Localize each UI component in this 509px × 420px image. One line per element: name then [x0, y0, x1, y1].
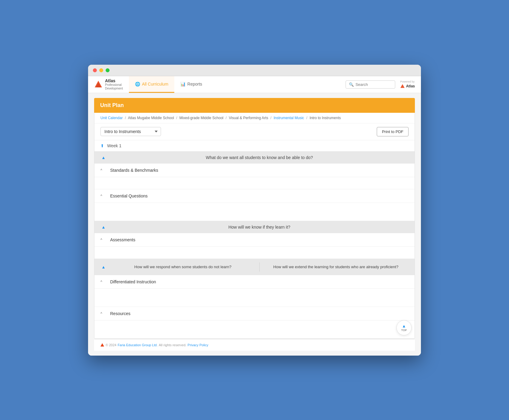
- search-input[interactable]: [356, 82, 392, 87]
- footer-privacy-link[interactable]: Privacy Policy: [188, 343, 208, 347]
- nav-tabs: 🌐 All Curriculum 📊 Reports: [129, 76, 346, 93]
- logo-text-area: Atlas Professional Development: [105, 78, 123, 90]
- section-header-2[interactable]: ▲ How will we know if they learn it?: [94, 221, 415, 233]
- svg-marker-3: [100, 343, 104, 347]
- navbar: Atlas Professional Development 🌐 All Cur…: [88, 76, 421, 93]
- content-wrapper: Unit Plan Unit Calendar / Atlas Mugabe M…: [94, 98, 415, 351]
- essential-questions-label: Essential Questions: [110, 194, 148, 198]
- close-button[interactable]: [93, 68, 97, 72]
- tab-reports[interactable]: 📊 Reports: [174, 76, 208, 93]
- section-3-toggle-icon[interactable]: ▲: [100, 265, 107, 269]
- breadcrumb-school: Atlas Mugabe Middle School: [128, 116, 174, 120]
- globe-icon: 🌐: [135, 82, 140, 86]
- section-3-title-right: How will we extend the learning for stud…: [263, 265, 409, 269]
- footer-atlas-icon: [100, 343, 104, 347]
- minimize-button[interactable]: [99, 68, 103, 72]
- essential-questions-content: [94, 203, 415, 221]
- breadcrumb-grade: Mixed-grade Middle School: [179, 116, 223, 120]
- differentiated-toggle[interactable]: ^: [100, 280, 107, 284]
- standards-label: Standards & Benchmarks: [110, 168, 158, 173]
- svg-marker-2: [400, 84, 405, 88]
- unit-selector[interactable]: Intro to Instruments: [100, 127, 161, 136]
- section-header-1[interactable]: ▲ What do we want all students to know a…: [94, 151, 415, 164]
- essential-questions-toggle[interactable]: ^: [100, 194, 107, 198]
- split-divider: [259, 262, 260, 272]
- differentiated-label: Differentiated Instruction: [110, 279, 156, 284]
- assessments-toggle[interactable]: ^: [100, 238, 107, 242]
- section-2-title: How will we know if they learn it?: [110, 225, 409, 230]
- breadcrumb: Unit Calendar / Atlas Mugabe Middle Scho…: [94, 113, 415, 123]
- print-pdf-button[interactable]: Print to PDF: [377, 127, 409, 136]
- unit-plan-header: Unit Plan: [94, 98, 415, 113]
- resources-row: ^ Resources: [94, 307, 415, 321]
- search-icon: 🔍: [349, 82, 354, 87]
- search-area: 🔍 Powered by Atlas: [346, 80, 415, 89]
- section-3-title-left: How will we respond when some students d…: [110, 265, 256, 269]
- powered-by: Powered by Atlas: [400, 80, 415, 89]
- footer-company-link[interactable]: Faria Education Group Ltd.: [118, 343, 158, 347]
- logo-area: Atlas Professional Development: [94, 78, 123, 90]
- browser-content: Atlas Professional Development 🌐 All Cur…: [88, 76, 421, 356]
- resources-toggle[interactable]: ^: [100, 311, 107, 316]
- assessments-content: [94, 247, 415, 259]
- maximize-button[interactable]: [106, 68, 110, 72]
- section-1-toggle-icon[interactable]: ▲: [100, 155, 107, 160]
- standards-benchmarks-row: ^ Standards & Benchmarks: [94, 164, 415, 177]
- resources-label: Resources: [110, 311, 130, 316]
- footer-rights: All rights reserved.: [159, 343, 186, 347]
- assessments-row: ^ Assessments: [94, 233, 415, 247]
- standards-toggle[interactable]: ^: [100, 168, 107, 172]
- differentiated-instruction-row: ^ Differentiated Instruction: [94, 275, 415, 289]
- tab-all-curriculum[interactable]: 🌐 All Curriculum: [129, 76, 174, 93]
- toolbar-row: Intro to Instruments Print to PDF: [94, 123, 415, 140]
- top-label: TOP: [401, 329, 407, 332]
- logo-subtitle: Professional Development: [105, 83, 123, 90]
- week-header: ⬆ Week 1: [94, 140, 415, 151]
- breadcrumb-instrumental[interactable]: Instrumental Music: [274, 116, 304, 120]
- footer-copyright: © 2024: [106, 343, 117, 347]
- week-collapse-icon[interactable]: ⬆: [100, 143, 104, 148]
- section-1-title: What do we want all students to know and…: [110, 155, 409, 160]
- chart-icon: 📊: [180, 82, 186, 86]
- main-content: Unit Plan Unit Calendar / Atlas Mugabe M…: [88, 93, 421, 356]
- breadcrumb-intro: Intro to Instruments: [310, 116, 341, 120]
- logo-atlas-label: Atlas: [105, 78, 123, 83]
- powered-by-atlas-icon: [400, 84, 405, 89]
- search-box: 🔍: [346, 80, 395, 89]
- atlas-logo-icon: [94, 80, 103, 89]
- section-2-toggle-icon[interactable]: ▲: [100, 225, 107, 230]
- resources-content: ▲ TOP: [94, 321, 415, 339]
- differentiated-content: [94, 289, 415, 307]
- unit-plan-body: Unit Calendar / Atlas Mugabe Middle Scho…: [94, 113, 415, 339]
- page-title: Unit Plan: [100, 102, 124, 108]
- page-footer: © 2024 Faria Education Group Ltd. All ri…: [94, 339, 415, 351]
- browser-titlebar: [88, 65, 421, 76]
- standards-content: [94, 177, 415, 189]
- week-label: Week 1: [107, 143, 121, 148]
- breadcrumb-unit-calendar[interactable]: Unit Calendar: [100, 116, 123, 120]
- top-button-container: ▲ TOP: [396, 320, 412, 335]
- section-header-3[interactable]: ▲ How will we respond when some students…: [94, 259, 415, 275]
- essential-questions-row: ^ Essential Questions: [94, 189, 415, 203]
- powered-by-logo: Atlas: [400, 84, 415, 89]
- breadcrumb-arts: Visual & Performing Arts: [229, 116, 268, 120]
- top-arrow-icon: ▲: [402, 324, 406, 328]
- top-button[interactable]: ▲ TOP: [396, 320, 412, 335]
- assessments-label: Assessments: [110, 237, 135, 242]
